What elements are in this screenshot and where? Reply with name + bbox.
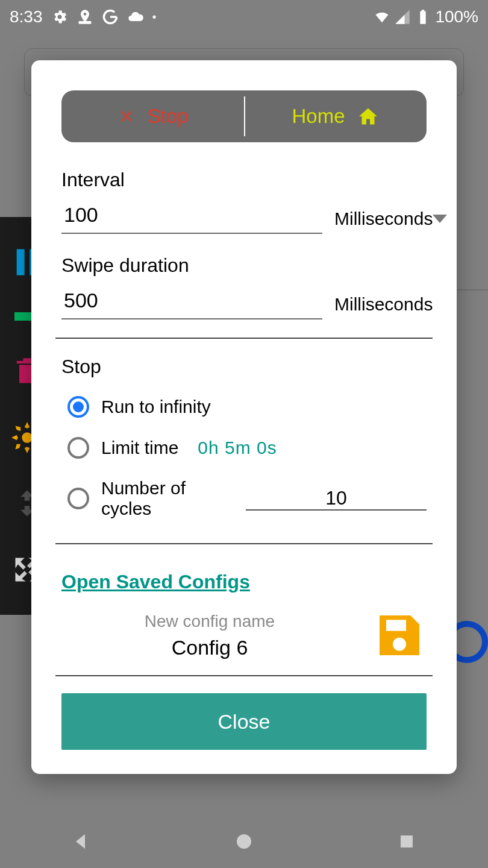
nav-home-button[interactable] xyxy=(231,828,257,855)
svg-rect-7 xyxy=(401,835,413,848)
home-button[interactable]: Home xyxy=(244,105,427,128)
interval-unit-text: Milliseconds xyxy=(334,209,433,229)
radio-cycles-label: Number of cycles xyxy=(101,478,228,519)
home-label: Home xyxy=(292,105,345,128)
status-dot: • xyxy=(152,10,157,24)
segmented-control: Stop Home xyxy=(61,90,427,142)
swipe-unit-text: Milliseconds xyxy=(334,294,433,315)
status-bar: 8:33 • 100% xyxy=(0,0,488,34)
settings-dialog: Stop Home Interval Milliseconds Swipe du… xyxy=(31,60,457,774)
radio-limit-time[interactable]: Limit time 0h 5m 0s xyxy=(61,437,427,459)
radio-icon xyxy=(67,437,89,459)
back-icon xyxy=(70,831,92,852)
config-name-hint: New config name xyxy=(145,612,275,631)
android-nav-bar xyxy=(0,815,488,868)
svg-point-6 xyxy=(237,834,251,849)
maps-icon xyxy=(77,8,93,25)
svg-rect-4 xyxy=(386,620,406,631)
divider xyxy=(55,675,433,676)
radio-cycles[interactable]: Number of cycles xyxy=(61,478,427,519)
swipe-unit: Milliseconds xyxy=(334,294,433,319)
close-button[interactable]: Close xyxy=(61,693,427,750)
battery-icon xyxy=(414,8,431,25)
open-saved-configs-link[interactable]: Open Saved Configs xyxy=(61,571,427,593)
close-label: Close xyxy=(218,710,271,734)
stop-section-label: Stop xyxy=(61,356,427,378)
nav-back-button[interactable] xyxy=(68,828,95,855)
interval-label: Interval xyxy=(61,169,427,191)
home-icon xyxy=(357,105,379,127)
swipe-input[interactable] xyxy=(61,285,322,319)
svg-rect-0 xyxy=(17,249,25,275)
radio-limit-label: Limit time xyxy=(101,438,178,458)
chevron-down-icon xyxy=(433,215,447,223)
signal-icon xyxy=(394,8,411,25)
status-time: 8:33 xyxy=(10,7,43,27)
nav-recent-button[interactable] xyxy=(393,828,420,855)
config-name-input[interactable]: Config 6 xyxy=(172,636,248,659)
interval-unit-dropdown[interactable]: Milliseconds xyxy=(334,209,459,234)
cycles-input[interactable] xyxy=(246,487,427,511)
svg-point-5 xyxy=(393,638,406,651)
segmented-divider xyxy=(244,96,245,136)
divider xyxy=(55,338,433,339)
limit-time-value[interactable]: 0h 5m 0s xyxy=(198,438,277,458)
circle-icon xyxy=(234,832,254,851)
radio-infinity-label: Run to infinity xyxy=(101,397,211,417)
radio-icon xyxy=(67,488,89,509)
divider xyxy=(55,543,433,544)
wifi-icon xyxy=(374,8,390,25)
google-icon xyxy=(102,8,119,25)
save-icon[interactable] xyxy=(372,609,427,662)
battery-percent: 100% xyxy=(435,7,478,27)
cloud-icon xyxy=(127,8,144,25)
close-icon xyxy=(117,107,136,125)
stop-label: Stop xyxy=(148,105,189,128)
swipe-label: Swipe duration xyxy=(61,254,427,277)
stop-button[interactable]: Stop xyxy=(61,105,244,128)
radio-infinity[interactable]: Run to infinity xyxy=(61,396,427,418)
svg-rect-3 xyxy=(78,21,91,24)
square-icon xyxy=(398,832,416,851)
settings-icon xyxy=(51,8,68,25)
stop-radio-group: Run to infinity Limit time 0h 5m 0s Numb… xyxy=(61,396,427,519)
radio-icon xyxy=(67,396,89,418)
interval-input[interactable] xyxy=(61,200,322,234)
